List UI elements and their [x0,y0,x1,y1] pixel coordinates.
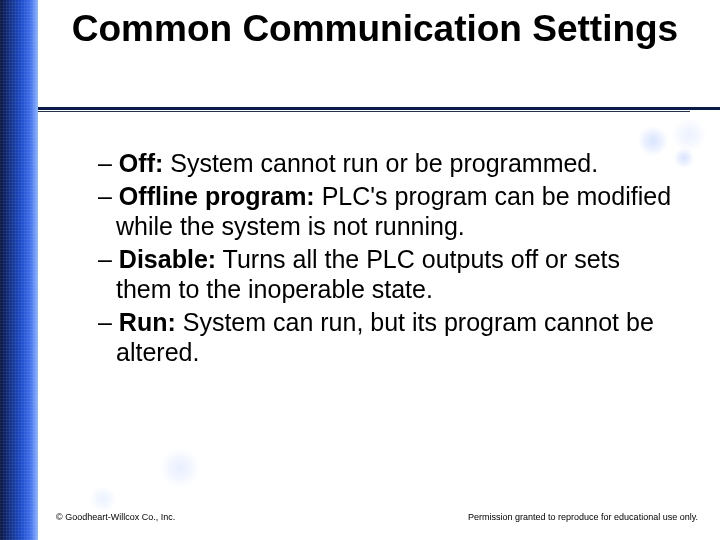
list-item: – Run: System can run, but its program c… [98,307,680,368]
list-item: – Offline program: PLC's program can be … [98,181,680,242]
decorative-dot-icon [672,118,706,152]
list-item: – Disable: Turns all the PLC outputs off… [98,244,680,305]
bullet-dash: – [98,182,119,210]
term: Disable: [119,245,216,273]
decorative-dot-icon [160,448,200,488]
term: Off: [119,149,163,177]
decorative-side-band [0,0,38,540]
bullet-dash: – [98,308,119,336]
description: System cannot run or be programmed. [163,149,598,177]
permission-notice: Permission granted to reproduce for educ… [468,512,698,522]
bullet-dash: – [98,245,119,273]
term: Offline program: [119,182,315,210]
description: System can run, but its program cannot b… [116,308,654,367]
list-item: – Off: System cannot run or be programme… [98,148,680,179]
title-underline [38,107,720,110]
bullet-dash: – [98,149,119,177]
term: Run: [119,308,176,336]
decorative-dot-icon [90,486,116,512]
bullet-list: – Off: System cannot run or be programme… [98,148,680,370]
copyright: © Goodheart-Willcox Co., Inc. [56,512,175,522]
slide-title: Common Communication Settings [50,8,700,49]
slide: Common Communication Settings – Off: Sys… [0,0,720,540]
